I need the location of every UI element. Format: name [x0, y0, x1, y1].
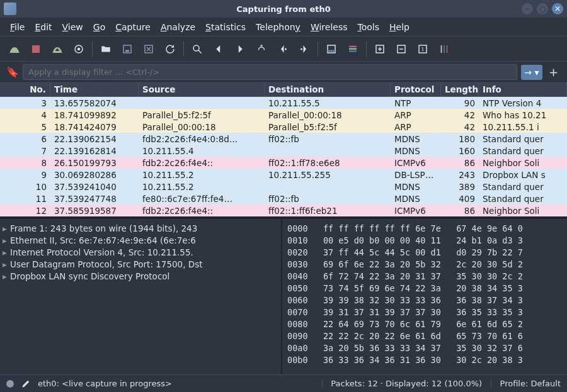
capture-options-icon[interactable] [71, 41, 87, 57]
col-header-info[interactable]: Info [479, 83, 567, 96]
status-packets-text: Packets: 12 · Displayed: 12 (100.0%) [331, 379, 482, 388]
go-first-icon[interactable] [275, 41, 291, 57]
svg-rect-12 [349, 45, 357, 47]
packet-row[interactable]: 418.741099892Parallel_b5:f2:5fParallel_0… [0, 109, 567, 121]
svg-text:1: 1 [421, 47, 425, 52]
tree-item[interactable]: ▸Frame 1: 243 bytes on wire (1944 bits),… [3, 223, 278, 235]
packet-row[interactable]: 826.150199793fdb2:2c26:f4e4::ff02::1:ff7… [0, 157, 567, 169]
status-capture-text: eth0: <live capture in progress> [38, 379, 313, 388]
expand-arrow-icon[interactable]: ▸ [3, 223, 10, 235]
menu-telephony[interactable]: Telephony [252, 20, 304, 35]
stop-capture-icon[interactable] [28, 41, 44, 57]
toolbar: 1 [0, 36, 567, 62]
menu-view[interactable]: View [59, 20, 87, 35]
packet-row[interactable]: 722.13916281410.211.55.4MDNS160Standard … [0, 145, 567, 157]
packet-bytes-hex[interactable]: 0000 ff ff ff ff ff ff 6e 7e 67 4e 9e 64… [282, 219, 567, 374]
reload-icon[interactable] [162, 41, 178, 57]
svg-rect-13 [349, 48, 357, 49]
svg-rect-4 [125, 50, 129, 52]
separator [366, 42, 367, 57]
tree-item[interactable]: ▸Dropbox LAN sync Discovery Protocol [3, 271, 278, 283]
add-filter-button[interactable]: + [546, 65, 561, 79]
svg-point-6 [193, 45, 199, 51]
save-file-icon[interactable] [119, 41, 135, 57]
menu-capture[interactable]: Capture [112, 20, 154, 35]
packet-row[interactable]: 313.65758207410.211.55.5NTP90NTP Version… [0, 97, 567, 109]
forward-icon[interactable] [232, 41, 248, 57]
col-header-time[interactable]: Time [50, 83, 139, 96]
separator [92, 42, 93, 57]
tree-item[interactable]: ▸User Datagram Protocol, Src Port: 17500… [3, 259, 278, 271]
packet-rows: 313.65758207410.211.55.5NTP90NTP Version… [0, 97, 567, 216]
maximize-button[interactable]: ○ [537, 3, 548, 14]
packet-row[interactable]: 622.139062154fdb2:2c26:f4e4:0:8d…ff02::f… [0, 133, 567, 145]
menu-statistics[interactable]: Statistics [202, 20, 249, 35]
menu-wireless[interactable]: Wireless [307, 20, 352, 35]
capture-indicator-icon [6, 380, 14, 388]
zoom-reset-icon[interactable]: 1 [415, 41, 431, 57]
packet-list[interactable]: No. Time Source Destination Protocol Len… [0, 83, 567, 218]
expand-arrow-icon[interactable]: ▸ [3, 247, 10, 259]
separator: | [490, 379, 492, 388]
window-title: Capturing from eth0 [0, 4, 567, 14]
start-capture-icon[interactable] [6, 41, 23, 57]
window-buttons: ‒ ○ ✕ [522, 3, 563, 14]
svg-rect-0 [32, 45, 40, 53]
colorize-icon[interactable] [345, 41, 361, 57]
minimize-button[interactable]: ‒ [522, 3, 533, 14]
packet-details-tree[interactable]: ▸Frame 1: 243 bytes on wire (1944 bits),… [0, 219, 282, 374]
col-header-length[interactable]: Length [441, 83, 479, 96]
packet-row[interactable]: 1137.539247748fe80::6c7e:67ff:fe4…ff02::… [0, 193, 567, 204]
edit-icon[interactable] [21, 379, 30, 388]
menu-analyze[interactable]: Analyze [157, 20, 199, 35]
svg-point-9 [301, 48, 302, 50]
col-header-protocol[interactable]: Protocol [391, 83, 441, 96]
menu-file[interactable]: File [6, 20, 28, 35]
filter-bar: 🔖 → ▾ + [0, 62, 567, 83]
zoom-in-icon[interactable] [372, 41, 388, 57]
packet-list-header[interactable]: No. Time Source Destination Protocol Len… [0, 83, 567, 97]
find-icon[interactable] [189, 41, 205, 57]
display-filter-input[interactable] [23, 64, 517, 80]
status-profile-text[interactable]: Profile: Default [500, 379, 561, 388]
svg-point-8 [285, 48, 287, 50]
svg-line-7 [198, 50, 202, 53]
tree-item[interactable]: ▸Internet Protocol Version 4, Src: 10.21… [3, 247, 278, 259]
expand-arrow-icon[interactable]: ▸ [3, 271, 10, 283]
menu-help[interactable]: Help [386, 20, 413, 35]
zoom-out-icon[interactable] [393, 41, 410, 57]
expand-arrow-icon[interactable]: ▸ [3, 235, 10, 247]
svg-rect-14 [349, 50, 357, 52]
separator [318, 42, 318, 57]
packet-row[interactable]: 1037.53924104010.211.55.2MDNS389Standard… [0, 181, 567, 193]
col-header-destination[interactable]: Destination [265, 83, 391, 96]
menu-tools[interactable]: Tools [354, 20, 384, 35]
svg-rect-11 [328, 50, 335, 52]
open-file-icon[interactable] [98, 41, 114, 57]
menu-edit[interactable]: Edit [31, 20, 55, 35]
packet-row[interactable]: 1237.585919587fdb2:2c26:f4e4::ff02::1:ff… [0, 204, 567, 216]
restart-capture-icon[interactable] [49, 41, 66, 57]
lower-panes: ▸Frame 1: 243 bytes on wire (1944 bits),… [0, 218, 567, 374]
menu-go[interactable]: Go [89, 20, 109, 35]
go-last-icon[interactable] [296, 41, 312, 57]
back-icon[interactable] [210, 41, 227, 57]
bookmark-icon[interactable]: 🔖 [6, 66, 19, 78]
jump-icon[interactable] [253, 41, 270, 57]
resize-columns-icon[interactable] [436, 41, 452, 57]
titlebar: Capturing from eth0 ‒ ○ ✕ [0, 0, 567, 18]
packet-row[interactable]: 930.06928028610.211.55.210.211.55.255DB-… [0, 169, 567, 181]
col-header-no[interactable]: No. [0, 83, 50, 96]
packet-row[interactable]: 518.741424079Parallel_00:00:18Parallel_b… [0, 121, 567, 133]
tree-item[interactable]: ▸Ethernet II, Src: 6e:7e:67:4e:9e:64 (6e… [3, 235, 278, 247]
separator: | [321, 379, 323, 388]
auto-scroll-icon[interactable] [323, 41, 340, 57]
expand-arrow-icon[interactable]: ▸ [3, 259, 10, 271]
close-file-icon[interactable] [140, 41, 157, 57]
svg-point-2 [77, 47, 81, 50]
col-header-source[interactable]: Source [139, 83, 265, 96]
apply-filter-button[interactable]: → ▾ [521, 65, 542, 80]
statusbar: eth0: <live capture in progress> | Packe… [0, 374, 567, 392]
close-button[interactable]: ✕ [552, 3, 563, 14]
app-icon [4, 3, 16, 15]
